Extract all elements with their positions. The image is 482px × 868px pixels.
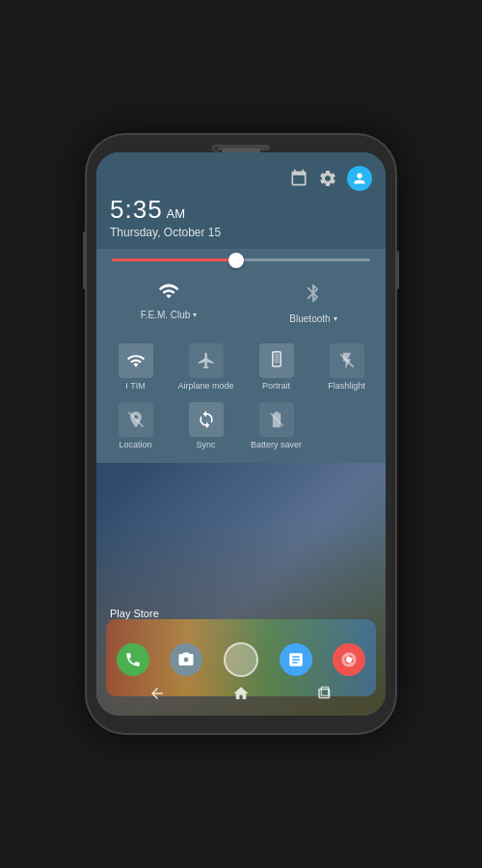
brightness-section: [96, 249, 386, 271]
brightness-thumb[interactable]: [228, 253, 244, 268]
network-row: F.E.M. Club ▾ Bluetooth ▾: [96, 271, 386, 330]
play-store-label: Play Store: [110, 608, 159, 619]
user-avatar[interactable]: [347, 166, 372, 191]
sync-icon-wrapper: [189, 402, 224, 437]
calendar-icon[interactable]: [289, 169, 308, 188]
toggle-battery-saver[interactable]: Battery saver: [241, 396, 311, 455]
wifi-dropdown-arrow: ▾: [193, 311, 197, 319]
toggle-airplane[interactable]: Airplane mode: [171, 338, 241, 396]
toggle-flashlight[interactable]: Flashlight: [311, 338, 382, 396]
portrait-label: Portrait: [262, 381, 290, 391]
time-display: 5:35 AM: [110, 195, 372, 225]
bluetooth-label: Bluetooth: [289, 313, 330, 324]
flashlight-label: Flashlight: [328, 381, 365, 391]
dock-camera[interactable]: [170, 643, 202, 676]
wifi-label: F.E.M. Club: [141, 310, 191, 320]
flashlight-icon-wrapper: [330, 343, 364, 378]
toggle-portrait[interactable]: Portrait: [241, 338, 311, 396]
wifi-icon: [155, 281, 182, 308]
dock-notes[interactable]: [280, 643, 312, 676]
location-icon-wrapper: [119, 402, 153, 437]
nav-home[interactable]: [232, 685, 250, 706]
toggle-grid-row1: I TIM Airplane mode Portrait: [96, 330, 386, 396]
brightness-fill: [112, 258, 236, 261]
wifi-toggle[interactable]: F.E.M. Club ▾: [96, 277, 241, 328]
time-bar: 5:35 AM Thursday, October 15: [96, 152, 386, 249]
dock-phone[interactable]: [117, 643, 149, 676]
svg-rect-7: [321, 687, 329, 695]
time-text: 5:35: [110, 195, 163, 225]
nav-bar: [96, 681, 386, 710]
bluetooth-icon: [303, 281, 324, 312]
quick-settings-panel: 5:35 AM Thursday, October 15: [96, 152, 386, 463]
bluetooth-toggle[interactable]: Bluetooth ▾: [241, 277, 386, 328]
bluetooth-label-row: Bluetooth ▾: [289, 313, 336, 324]
signal-icon-wrapper: [119, 343, 153, 378]
phone-shell: 5:35 AM Thursday, October 15: [87, 135, 395, 733]
toggle-grid-row2: Location Sync Battery saver: [96, 396, 386, 463]
time-ampm: AM: [167, 206, 186, 221]
signal-label: I TIM: [125, 381, 145, 391]
volume-buttons[interactable]: [83, 231, 87, 289]
brightness-slider[interactable]: [112, 258, 370, 261]
status-icons-row: [110, 166, 372, 191]
dock-chrome[interactable]: [333, 643, 365, 676]
nav-recents[interactable]: [316, 685, 334, 706]
app-dock: [96, 642, 386, 677]
power-button[interactable]: [395, 251, 399, 289]
empty-icon-wrapper: [330, 402, 364, 437]
date-text: Thursday, October 15: [110, 226, 372, 239]
sync-label: Sync: [196, 440, 215, 449]
battery-saver-icon-wrapper: [259, 402, 294, 437]
camera-dot: [212, 145, 220, 152]
toggle-sync[interactable]: Sync: [171, 396, 241, 455]
wifi-label-row: F.E.M. Club ▾: [141, 310, 198, 320]
battery-saver-label: Battery saver: [251, 440, 302, 449]
airplane-label: Airplane mode: [177, 381, 233, 391]
location-label: Location: [119, 440, 151, 449]
toggle-signal[interactable]: I TIM: [100, 338, 171, 396]
bluetooth-dropdown-arrow: ▾: [334, 314, 337, 323]
settings-icon[interactable]: [318, 169, 337, 188]
airplane-icon-wrapper: [189, 343, 224, 378]
screen: 5:35 AM Thursday, October 15: [96, 152, 386, 716]
nav-back[interactable]: [148, 685, 166, 706]
svg-rect-1: [274, 354, 279, 364]
toggle-empty: [311, 396, 382, 455]
dock-home[interactable]: [224, 642, 258, 677]
svg-rect-6: [319, 690, 330, 698]
toggle-location[interactable]: Location: [100, 396, 171, 455]
portrait-icon-wrapper: [259, 343, 294, 378]
